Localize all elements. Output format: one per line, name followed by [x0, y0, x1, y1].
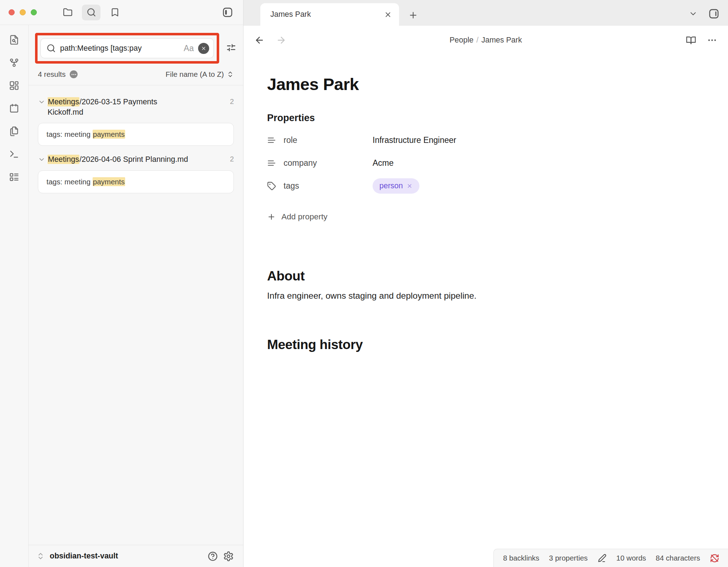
panel-left-icon — [222, 7, 233, 18]
edit-mode-button[interactable] — [597, 553, 607, 563]
property-name[interactable]: company — [284, 158, 317, 168]
tab-james-park[interactable]: James Park — [260, 3, 399, 26]
sort-label: File name (A to Z) — [166, 70, 224, 79]
main-pane: James Park — [244, 0, 728, 567]
navigate-forward-button[interactable] — [276, 35, 286, 45]
property-value[interactable]: Infrastructure Engineer — [373, 135, 456, 145]
obsidian-window: Aa 4 results File name (A to Z) — [0, 0, 728, 567]
more-options-button[interactable] — [707, 35, 717, 45]
templates-button[interactable] — [9, 126, 20, 136]
layout-list-button[interactable] — [9, 171, 20, 182]
zoom-window-button[interactable] — [31, 9, 37, 15]
more-horizontal-icon — [707, 35, 717, 45]
close-window-button[interactable] — [9, 9, 15, 15]
breadcrumb: People/James Park — [244, 36, 728, 45]
search-input[interactable] — [60, 44, 179, 53]
daily-note-button[interactable] — [9, 103, 20, 114]
add-property-button[interactable]: Add property — [267, 212, 707, 222]
property-row-company: company Acme — [267, 151, 707, 174]
search-icon — [46, 44, 56, 53]
minimize-window-button[interactable] — [20, 9, 26, 15]
match-case-toggle[interactable]: Aa — [184, 44, 194, 53]
properties-count[interactable]: 3 properties — [549, 554, 587, 562]
tab-list-button[interactable] — [689, 9, 698, 18]
align-left-icon[interactable] — [267, 159, 276, 168]
chevron-down-icon — [689, 9, 698, 18]
about-heading[interactable]: About — [267, 269, 707, 284]
ellipsis-badge-icon[interactable] — [70, 70, 78, 78]
plus-icon — [267, 213, 276, 221]
ribbon — [0, 25, 29, 567]
help-icon — [207, 551, 218, 562]
red-annotation-box: Aa — [35, 33, 219, 64]
tag-icon[interactable] — [267, 181, 276, 190]
sort-order-button[interactable]: File name (A to Z) — [166, 70, 234, 79]
bookmarks-toggle-button[interactable] — [105, 5, 124, 20]
sync-status-button[interactable] — [710, 553, 719, 563]
clear-search-button[interactable] — [198, 43, 209, 54]
match-count: 2 — [230, 154, 234, 163]
note-view: People/James Park James Park Properties — [244, 26, 728, 567]
view-header: People/James Park — [244, 26, 728, 54]
note-title[interactable]: James Park — [267, 74, 707, 94]
result-file-name: Meetings/2026-04-06 Sprint Planning.md — [48, 154, 191, 165]
close-icon — [407, 183, 413, 189]
search-field[interactable]: Aa — [40, 38, 214, 58]
new-tab-button[interactable] — [408, 10, 418, 20]
breadcrumb-current[interactable]: James Park — [481, 36, 522, 44]
match-count: 2 — [230, 97, 234, 106]
vault-switcher: obsidian-test-vault — [29, 545, 243, 567]
search-settings-button[interactable] — [226, 42, 237, 55]
property-name[interactable]: role — [284, 135, 297, 145]
file-search-button[interactable] — [9, 34, 20, 45]
terminal-button[interactable] — [9, 149, 20, 159]
settings-gear-icon — [223, 551, 234, 562]
collapse-left-sidebar-button[interactable] — [222, 7, 233, 18]
settings-button[interactable] — [223, 551, 234, 562]
match-snippet[interactable]: tags: meeting payments — [38, 123, 234, 146]
search-toggle-button[interactable] — [82, 5, 100, 20]
meeting-history-heading[interactable]: Meeting history — [267, 337, 707, 352]
navigate-back-button[interactable] — [254, 35, 265, 45]
arrow-right-icon — [276, 35, 286, 45]
help-button[interactable] — [207, 551, 218, 562]
result-title-row[interactable]: Meetings/2026-04-06 Sprint Planning.md 2 — [38, 154, 234, 165]
graph-view-button[interactable] — [9, 57, 20, 68]
chevrons-up-down-icon — [227, 71, 234, 78]
canvas-button[interactable] — [9, 80, 20, 91]
character-count[interactable]: 84 characters — [656, 554, 700, 562]
search-result: Meetings/2026-03-15 Payments Kickoff.md … — [29, 93, 243, 146]
word-count[interactable]: 10 words — [616, 554, 646, 562]
remove-tag-button[interactable] — [407, 183, 413, 189]
search-result: Meetings/2026-04-06 Sprint Planning.md 2… — [29, 151, 243, 193]
result-file-name: Meetings/2026-03-15 Payments Kickoff.md — [48, 97, 191, 117]
property-row-tags: tags person — [267, 174, 707, 197]
backlinks-count[interactable]: 8 backlinks — [503, 554, 539, 562]
close-icon — [201, 46, 206, 51]
expand-right-sidebar-button[interactable] — [708, 8, 719, 19]
arrow-left-icon — [254, 35, 265, 45]
chevrons-up-down-icon[interactable] — [36, 552, 45, 560]
breadcrumb-parent[interactable]: People — [449, 36, 473, 44]
match-snippet[interactable]: tags: meeting payments — [38, 170, 234, 193]
tag-pill-person[interactable]: person — [373, 178, 419, 194]
tab-title: James Park — [270, 10, 383, 19]
result-title-row[interactable]: Meetings/2026-03-15 Payments Kickoff.md … — [38, 97, 234, 117]
files-toggle-button[interactable] — [58, 5, 77, 20]
file-search-icon — [9, 35, 19, 45]
align-left-icon[interactable] — [267, 136, 276, 145]
graph-icon — [9, 58, 19, 68]
copy-icon — [9, 126, 19, 136]
property-name[interactable]: tags — [284, 181, 299, 191]
properties-heading[interactable]: Properties — [267, 113, 707, 124]
results-count: 4 results — [38, 70, 65, 79]
panel-right-icon — [708, 8, 719, 19]
close-tab-button[interactable] — [383, 9, 393, 20]
reading-view-button[interactable] — [686, 35, 696, 45]
property-value[interactable]: Acme — [373, 158, 394, 168]
titlebar — [0, 0, 243, 25]
breadcrumb-separator: / — [473, 36, 481, 44]
chevron-down-icon — [38, 98, 45, 106]
about-text[interactable]: Infra engineer, owns staging and deploym… — [267, 291, 707, 301]
vault-name[interactable]: obsidian-test-vault — [50, 552, 118, 561]
